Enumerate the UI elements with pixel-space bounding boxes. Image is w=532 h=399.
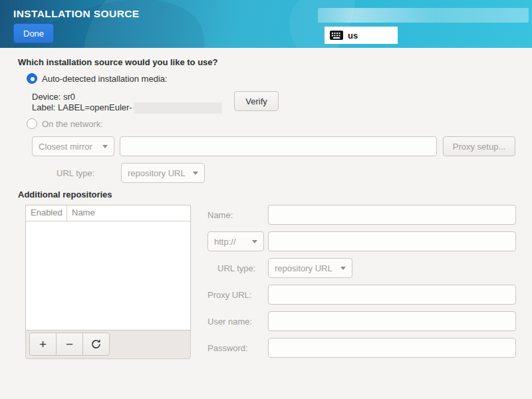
device-line: Device: sr0 [32, 92, 75, 102]
keyboard-layout-code: us [348, 31, 358, 41]
radio-auto-detected[interactable] [27, 73, 37, 84]
installation-source-screen: INSTALLATION SOURCE Done us Which instal… [0, 0, 532, 399]
repo-name-label: Name: [207, 210, 233, 220]
keyboard-icon [330, 31, 343, 40]
keyboard-layout-indicator[interactable]: us [325, 27, 398, 44]
redacted-header-area [318, 8, 529, 23]
radio-auto-detected-label[interactable]: Auto-detected installation media: [42, 74, 168, 84]
url-type-value-left: repository URL [128, 168, 186, 178]
plus-icon: + [39, 337, 47, 352]
source-question: Which installation source would you like… [18, 57, 217, 67]
mirror-dropdown[interactable]: Closest mirror [32, 136, 114, 156]
proxy-setup-button[interactable]: Proxy setup... [443, 136, 515, 156]
chevron-down-icon [102, 145, 108, 148]
page-title: INSTALLATION SOURCE [13, 8, 140, 20]
protocol-value: http:// [214, 237, 236, 247]
url-type-label-left: URL type: [57, 168, 94, 178]
done-button[interactable]: Done [13, 23, 54, 43]
repos-table-header: Enabled Name [26, 205, 190, 221]
network-url-input[interactable] [120, 136, 437, 156]
radio-on-network[interactable] [27, 118, 37, 129]
column-header-enabled: Enabled [26, 205, 67, 221]
password-label: Password: [207, 343, 248, 353]
remove-repo-button[interactable]: − [56, 332, 83, 356]
header-bar: INSTALLATION SOURCE Done us [0, 0, 532, 48]
additional-repos-heading: Additional repositories [18, 190, 112, 200]
proxy-url-input[interactable] [268, 285, 516, 305]
chevron-down-icon [193, 172, 198, 175]
refresh-repo-button[interactable] [82, 332, 110, 356]
label-line: Label: LABEL=openEuler- [32, 102, 222, 114]
chevron-down-icon [340, 267, 346, 270]
repos-table[interactable]: Enabled Name [25, 205, 191, 331]
column-header-name: Name [67, 205, 95, 221]
url-type-dropdown-left[interactable]: repository URL [121, 163, 205, 183]
radio-on-network-label[interactable]: On the network: [42, 119, 103, 129]
url-type-label-right: URL type: [217, 263, 255, 273]
proxy-url-label: Proxy URL: [207, 290, 251, 300]
minus-icon: − [66, 337, 73, 352]
chevron-down-icon [252, 240, 257, 243]
protocol-dropdown[interactable]: http:// [207, 231, 264, 251]
add-repo-button[interactable]: + [29, 332, 57, 356]
mirror-dropdown-value: Closest mirror [39, 142, 92, 152]
refresh-icon [90, 338, 102, 350]
url-type-value-right: repository URL [275, 263, 332, 273]
label-line-text: Label: LABEL=openEuler- [32, 102, 132, 112]
repo-name-input[interactable] [268, 205, 516, 225]
redacted-label-value [134, 102, 222, 114]
user-name-input[interactable] [268, 311, 516, 331]
verify-button[interactable]: Verify [234, 91, 279, 111]
repos-toolbar: + − [25, 331, 191, 359]
repo-url-input[interactable] [268, 231, 516, 251]
password-input[interactable] [268, 338, 516, 358]
user-name-label: User name: [207, 317, 252, 327]
url-type-dropdown-right[interactable]: repository URL [268, 258, 352, 278]
header-decoration [275, 0, 532, 48]
